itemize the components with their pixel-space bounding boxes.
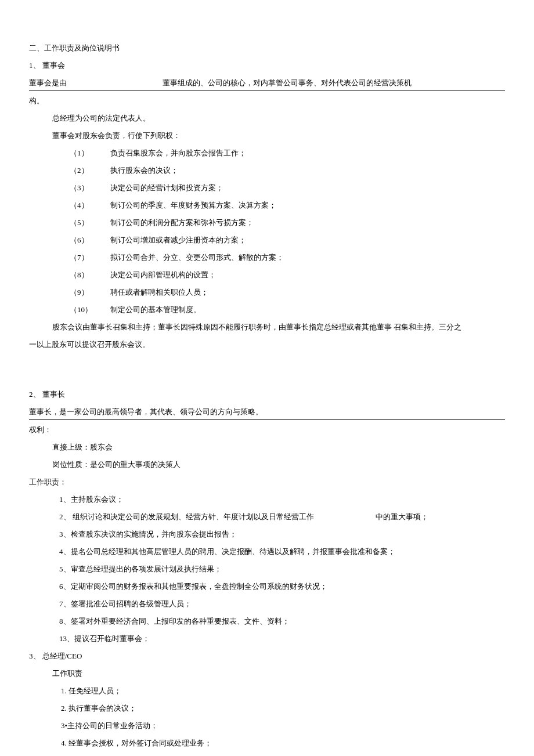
job-item: 1. 任免经理人员；: [61, 683, 505, 699]
list-text: 决定公司内部管理机构的设置；: [110, 267, 505, 283]
job-item: 3、检查股东决议的实施情况，并向股东会提出报告；: [59, 527, 505, 542]
section2-title: 2、 董事长: [29, 387, 505, 402]
section2-r2: 岗位性质：是公司的重大事项的决策人: [29, 457, 505, 472]
list-item: （4） 制订公司的季度、年度财务预算方案、决算方案；: [70, 198, 505, 213]
section1-line-after: 构。: [29, 93, 505, 108]
job-item: 6、定期审阅公司的财务报表和其他重要报表，全盘控制全公司系统的财务状况；: [59, 579, 505, 594]
list-num: （4）: [70, 198, 110, 213]
list-text: 拟订公司合并、分立、变更公司形式、解散的方案；: [110, 250, 505, 265]
section1-list: （1） 负责召集股东会，并向股东会报告工作； （2） 执行股东会的决议； （3）…: [29, 146, 505, 317]
list-item: （6） 制订公司增加或者减少注册资本的方案；: [70, 233, 505, 248]
list-item: （7） 拟订公司合并、分立、变更公司形式、解散的方案；: [70, 250, 505, 265]
section2-rights-label: 权利：: [29, 422, 505, 437]
list-num: （8）: [70, 267, 110, 283]
section2-duties-label: 工作职责：: [29, 475, 505, 490]
blank-gap: [67, 75, 163, 91]
section2-underlined-line: 董事长，是一家公司的最高领导者，其代表、领导公司的方向与策略。: [29, 404, 505, 420]
section1-line-pre: 董事会是由: [29, 75, 67, 91]
list-item: （1） 负责召集股东会，并向股东会报告工作；: [70, 146, 505, 161]
section1-p3a: 股东会议由董事长召集和主持；董事长因特殊原因不能履行职务时，由董事长指定总经理或…: [29, 320, 505, 335]
job-item: 5. 对公司的生产经营有计划权、建议权、否决权、调度权；: [61, 753, 505, 756]
section1-underlined-line: 董事会是由 董事组成的、公司的核心，对内掌管公司事务、对外代表公司的经营决策机: [29, 75, 505, 91]
list-item: （9） 聘任或者解聘相关职位人员；: [70, 285, 505, 300]
job-item: 4、提名公司总经理和其他高层管理人员的聘用、决定报酬、待遇以及解聘，并报董事会批…: [59, 544, 505, 559]
job-item: 2、 组织讨论和决定公司的发展规划、经营方针、年度计划以及日常经营工作 中的重大…: [59, 509, 505, 525]
section1-title: 1、 董事会: [29, 58, 505, 73]
section2-r1: 直接上级：股东会: [29, 440, 505, 455]
section2-duties-list: 1、主持股东会议； 2、 组织讨论和决定公司的发展规划、经营方针、年度计划以及日…: [29, 492, 505, 646]
list-num: （6）: [70, 233, 110, 248]
section3-duties-label: 工作职责: [29, 666, 505, 681]
list-text: 制订公司的利润分配方案和弥补亏损方案；: [110, 215, 505, 230]
section3-list: 1. 任免经理人员； 2. 执行董事会的决议； 3•主持公司的日常业务活动； 4…: [29, 683, 505, 756]
list-text: 负责召集股东会，并向股东会报告工作；: [110, 146, 505, 161]
job-item2-b: 中的重大事项；: [376, 512, 428, 521]
section-heading: 二、工作职责及岗位说明书: [29, 41, 505, 56]
list-item: （8） 决定公司内部管理机构的设置；: [70, 267, 505, 283]
section1-line-post: 董事组成的、公司的核心，对内掌管公司事务、对外代表公司的经营决策机: [163, 75, 412, 91]
job-item: 13、提议召开临时董事会；: [59, 631, 505, 646]
list-text: 执行股东会的决议；: [110, 163, 505, 178]
spacer: [29, 355, 505, 387]
job-item: 5、审查总经理提出的各项发展计划及执行结果；: [59, 562, 505, 577]
section1-p2: 董事会对股东会负责，行使下列职权：: [29, 128, 505, 143]
section2-line-under: 董事长，是一家公司的最高领导者，其代表、领导公司的方向与策略。: [29, 404, 263, 419]
job-item: 8、签署对外重要经济合同、上报印发的各种重要报表、文件、资料；: [59, 614, 505, 629]
list-item: （10） 制定公司的基本管理制度。: [70, 302, 505, 317]
list-text: 聘任或者解聘相关职位人员；: [110, 285, 505, 300]
list-item: （3） 决定公司的经营计划和投资方案；: [70, 180, 505, 196]
list-text: 制订公司的季度、年度财务预算方案、决算方案；: [110, 198, 505, 213]
list-num: （5）: [70, 215, 110, 230]
job-item2-a: 2、 组织讨论和决定公司的发展规划、经营方针、年度计划以及日常经营工作: [59, 512, 314, 521]
section3-title: 3、 总经理/CEO: [29, 649, 505, 664]
list-num: （9）: [70, 285, 110, 300]
job-item: 3•主持公司的日常业务活动；: [61, 718, 505, 733]
section1-p1: 总经理为公司的法定代表人。: [29, 111, 505, 126]
list-num: （10）: [70, 302, 110, 317]
list-num: （1）: [70, 146, 110, 161]
list-num: （2）: [70, 163, 110, 178]
list-num: （3）: [70, 180, 110, 196]
list-text: 决定公司的经营计划和投资方案；: [110, 180, 505, 196]
job-item: 7、签署批准公司招聘的各级管理人员；: [59, 596, 505, 612]
list-text: 制定公司的基本管理制度。: [110, 302, 505, 317]
list-text: 制订公司增加或者减少注册资本的方案；: [110, 233, 505, 248]
job-item: 1、主持股东会议；: [59, 492, 505, 507]
list-item: （5） 制订公司的利润分配方案和弥补亏损方案；: [70, 215, 505, 230]
list-item: （2） 执行股东会的决议；: [70, 163, 505, 178]
job-item: 4. 经董事会授权，对外签订合同或处理业务；: [61, 736, 505, 751]
job-item: 2. 执行董事会的决议；: [61, 701, 505, 716]
section1-p3b: 一以上股东可以提议召开股东会议。: [29, 337, 505, 352]
list-num: （7）: [70, 250, 110, 265]
